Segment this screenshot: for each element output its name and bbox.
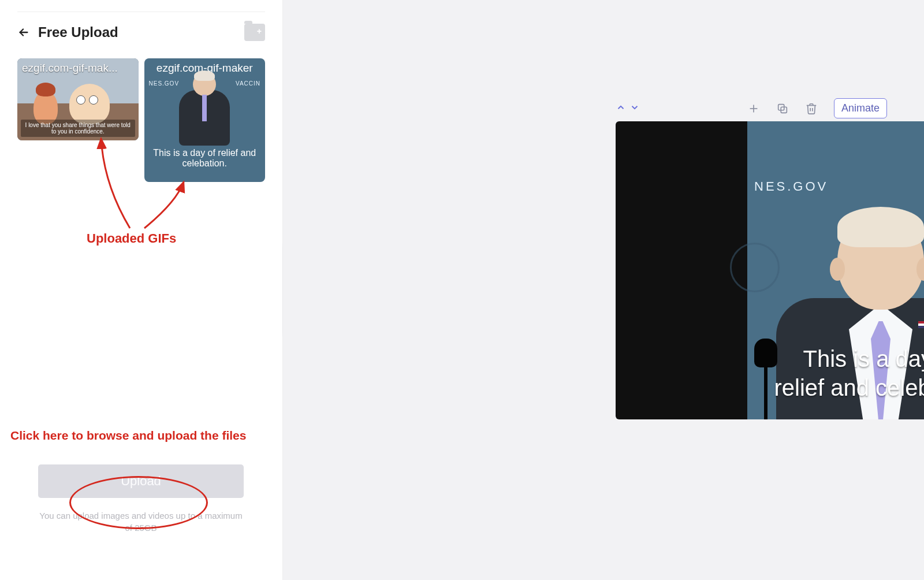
- upload-button[interactable]: Upload: [38, 464, 244, 498]
- main-canvas-area: Animate NES.GOV VACCIN: [283, 0, 924, 580]
- upload-section: Upload You can upload images and videos …: [38, 464, 244, 534]
- back-arrow-icon[interactable]: [17, 26, 30, 39]
- annotation-uploaded-gifs: Uploaded GIFs: [87, 231, 176, 246]
- plus-icon: +: [257, 27, 262, 35]
- annotation-click-here: Click here to browse and upload the file…: [10, 429, 246, 443]
- thumbnail-filename: ezgif.com-gif-mak...: [17, 58, 139, 78]
- canvas-banner-left: NES.GOV: [754, 179, 828, 194]
- move-up-icon[interactable]: [616, 102, 626, 115]
- upload-thumbnail[interactable]: ezgif.com-gif-mak... I love that you sha…: [17, 58, 139, 140]
- sidebar-title: Free Upload: [38, 24, 118, 40]
- divider: [17, 12, 265, 12]
- trash-icon[interactable]: [805, 102, 818, 115]
- add-icon[interactable]: [747, 102, 760, 115]
- duplicate-icon[interactable]: [776, 102, 789, 115]
- canvas-caption: This is a day of relief and celebation.: [616, 344, 924, 402]
- sidebar-header: Free Upload +: [17, 24, 265, 41]
- canvas-toolbar: Animate: [616, 98, 887, 118]
- banner-right: VACCIN: [236, 80, 260, 87]
- sidebar: Free Upload + ezgif.com-gif-mak... I lov…: [0, 0, 283, 580]
- animate-button[interactable]: Animate: [834, 98, 887, 118]
- new-folder-button[interactable]: +: [244, 24, 265, 41]
- upload-help-text: You can upload images and videos up to a…: [38, 510, 244, 534]
- caption-line1: This is a day of: [616, 344, 924, 373]
- banner-left: NES.GOV: [149, 80, 180, 87]
- canvas-frame[interactable]: NES.GOV VACCIN This is a day of r: [616, 121, 924, 419]
- move-down-icon[interactable]: [629, 102, 640, 115]
- caption-line2: relief and celebation.: [616, 373, 924, 402]
- annotation-arrow-icon: [69, 133, 196, 231]
